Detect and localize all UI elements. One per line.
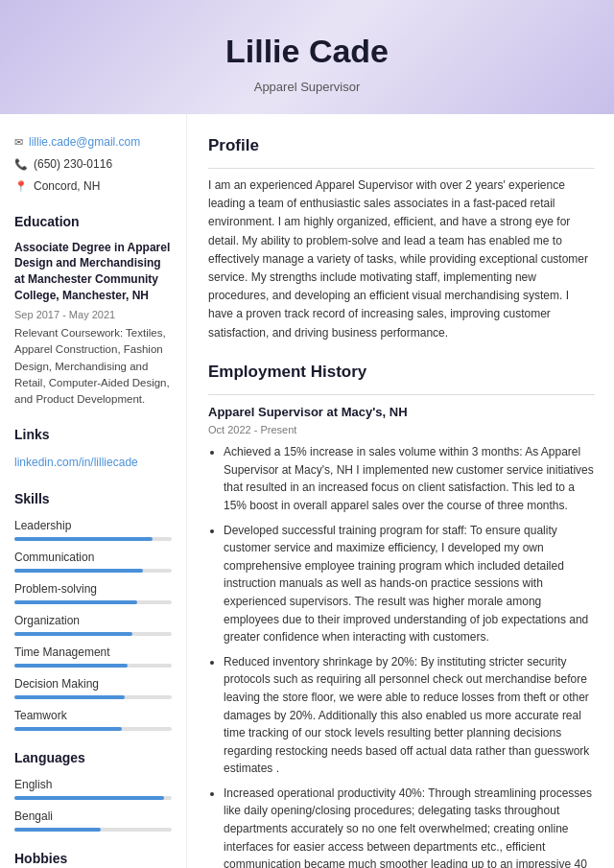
skill-item: Time Management	[14, 644, 172, 668]
header: Lillie Cade Apparel Supervisor	[0, 0, 614, 114]
skill-bar-fill	[14, 727, 122, 731]
skills-section: Skills Leadership Communication Problem-…	[14, 489, 172, 731]
skill-label: Communication	[14, 549, 172, 566]
skill-bar-fill	[14, 664, 128, 668]
phone-text: (650) 230-0116	[34, 155, 112, 173]
skill-item: Decision Making	[14, 675, 172, 699]
language-bar-bg	[14, 828, 172, 832]
skill-label: Time Management	[14, 644, 172, 661]
job-bullet: Increased operational productivity 40%: …	[224, 785, 595, 868]
skill-label: Teamwork	[14, 707, 172, 724]
location-text: Concord, NH	[34, 177, 100, 195]
candidate-name: Lillie Cade	[19, 27, 595, 76]
language-item: English	[14, 776, 172, 800]
skill-label: Decision Making	[14, 675, 172, 692]
job-title: Apparel Supervisor at Macy's, NH	[208, 403, 595, 422]
skill-bar-bg	[14, 600, 172, 604]
employment-section-title: Employment History	[208, 360, 595, 387]
skill-item: Organization	[14, 612, 172, 636]
linkedin-item: linkedin.com/in/lilliecade	[14, 453, 172, 472]
profile-section: Profile I am an experienced Apparel Supe…	[208, 133, 595, 342]
job-bullet: Developed successful training program fo…	[224, 522, 595, 646]
body-layout: ✉ lillie.cade@gmail.com 📞 (650) 230-0116…	[0, 114, 614, 869]
language-bar-fill	[14, 796, 164, 800]
location-item: 📍 Concord, NH	[14, 177, 172, 195]
skill-bar-bg	[14, 632, 172, 636]
resume-page: Lillie Cade Apparel Supervisor ✉ lillie.…	[0, 0, 614, 868]
education-title: Education	[14, 212, 172, 232]
education-degree: Associate Degree in Apparel Design and M…	[14, 240, 172, 304]
skill-label: Organization	[14, 612, 172, 629]
job-bullets: Achieved a 15% increase in sales volume …	[208, 443, 595, 868]
language-bar-bg	[14, 796, 172, 800]
job-block: Apparel Supervisor at Macy's, NH Oct 202…	[208, 403, 595, 868]
email-link[interactable]: lillie.cade@gmail.com	[29, 133, 140, 151]
profile-text: I am an experienced Apparel Supervisor w…	[208, 176, 595, 342]
skill-bar-fill	[14, 695, 125, 699]
employment-section: Employment History Apparel Supervisor at…	[208, 360, 595, 868]
email-item: ✉ lillie.cade@gmail.com	[14, 133, 172, 151]
links-section: Links linkedin.com/in/lilliecade	[14, 425, 172, 472]
phone-icon: 📞	[14, 156, 28, 173]
skill-bar-bg	[14, 695, 172, 699]
hobbies-title: Hobbies	[14, 849, 172, 868]
profile-divider	[208, 168, 595, 169]
employment-divider	[208, 394, 595, 395]
language-bar-fill	[14, 828, 101, 832]
skill-bar-bg	[14, 537, 172, 541]
sidebar: ✉ lillie.cade@gmail.com 📞 (650) 230-0116…	[0, 114, 187, 869]
location-icon: 📍	[14, 178, 28, 195]
skill-bar-bg	[14, 727, 172, 731]
skills-container: Leadership Communication Problem-solving…	[14, 517, 172, 731]
language-item: Bengali	[14, 808, 172, 832]
email-icon: ✉	[14, 134, 23, 151]
skill-item: Leadership	[14, 517, 172, 541]
language-label: English	[14, 776, 172, 793]
links-title: Links	[14, 425, 172, 445]
skill-bar-fill	[14, 632, 132, 636]
education-date: Sep 2017 - May 2021	[14, 307, 172, 323]
skills-title: Skills	[14, 489, 172, 509]
skill-label: Leadership	[14, 517, 172, 534]
languages-container: English Bengali	[14, 776, 172, 832]
job-date: Oct 2022 - Present	[208, 422, 595, 438]
skill-bar-fill	[14, 569, 143, 573]
skill-bar-bg	[14, 664, 172, 668]
contact-section: ✉ lillie.cade@gmail.com 📞 (650) 230-0116…	[14, 133, 172, 195]
candidate-title: Apparel Supervisor	[19, 78, 595, 97]
jobs-container: Apparel Supervisor at Macy's, NH Oct 202…	[208, 403, 595, 868]
skill-label: Problem-solving	[14, 580, 172, 598]
education-coursework: Relevant Coursework: Textiles, Apparel C…	[14, 325, 172, 408]
skill-bar-fill	[14, 537, 153, 541]
skill-bar-fill	[14, 600, 137, 604]
skill-bar-bg	[14, 569, 172, 573]
job-bullet: Reduced inventory shrinkage by 20%: By i…	[224, 653, 595, 778]
main-content: Profile I am an experienced Apparel Supe…	[187, 114, 614, 869]
phone-item: 📞 (650) 230-0116	[14, 155, 172, 173]
skill-item: Teamwork	[14, 707, 172, 731]
education-section: Education Associate Degree in Apparel De…	[14, 212, 172, 409]
skill-item: Problem-solving	[14, 580, 172, 604]
languages-section: Languages English Bengali	[14, 748, 172, 832]
hobbies-section: Hobbies GardeningCooking	[14, 849, 172, 868]
linkedin-link[interactable]: linkedin.com/in/lilliecade	[14, 456, 138, 469]
job-bullet: Achieved a 15% increase in sales volume …	[224, 443, 595, 514]
profile-section-title: Profile	[208, 133, 595, 161]
skill-item: Communication	[14, 549, 172, 573]
language-label: Bengali	[14, 808, 172, 825]
languages-title: Languages	[14, 748, 172, 768]
